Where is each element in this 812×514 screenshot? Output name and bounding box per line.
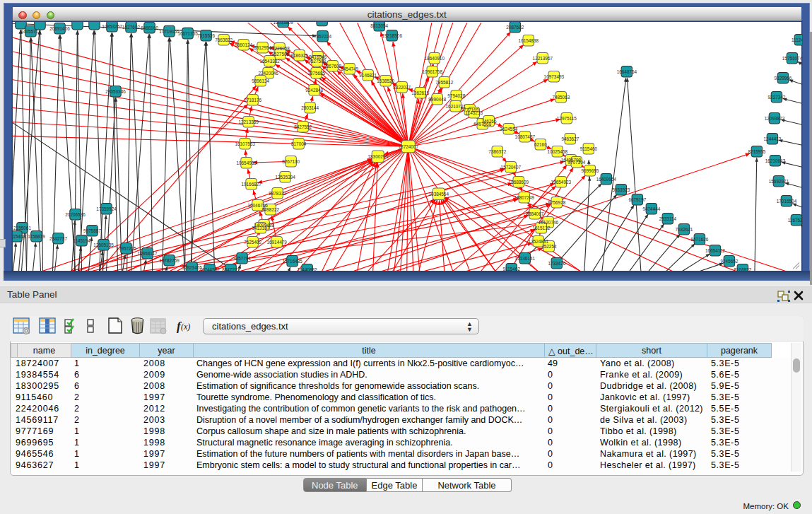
svg-text:18300295: 18300295 [367,154,388,159]
svg-text:19384554: 19384554 [428,192,449,197]
svg-text:252254: 252254 [541,244,557,249]
svg-text:10807487: 10807487 [514,134,535,139]
svg-text:1413187: 1413187 [252,226,269,230]
svg-text:9245652: 9245652 [720,259,738,264]
svg-text:8471626: 8471626 [690,237,708,242]
svg-text:(x): (x) [181,322,190,332]
svg-text:8990448: 8990448 [428,97,446,102]
svg-text:8322037: 8322037 [393,85,411,90]
svg-text:20206536: 20206536 [65,212,86,217]
svg-text:2087682: 2087682 [506,25,524,30]
svg-text:3498222: 3498222 [261,207,279,212]
svg-text:2155061: 2155061 [13,226,31,230]
svg-text:15716485: 15716485 [282,259,302,264]
svg-text:8454749: 8454749 [341,66,358,71]
svg-text:23226058: 23226058 [269,46,290,51]
svg-text:13524851: 13524851 [528,239,548,244]
svg-text:9115460: 9115460 [579,146,597,151]
svg-text:16033809: 16033809 [273,22,293,25]
svg-text:19654923: 19654923 [551,180,571,185]
svg-text:9884067: 9884067 [526,211,543,216]
svg-text:7625402: 7625402 [244,240,261,245]
svg-text:1145194: 1145194 [73,238,90,243]
svg-text:5933923: 5933923 [612,187,630,192]
svg-text:10120746: 10120746 [538,220,558,225]
svg-text:7515526: 7515526 [197,33,215,38]
svg-text:9527506: 9527506 [271,52,289,57]
svg-text:1527602: 1527602 [122,25,140,30]
svg-text:18807249: 18807249 [514,195,534,200]
svg-text:10961758: 10961758 [422,69,442,74]
svg-text:8660124: 8660124 [235,42,252,47]
svg-text:16154838: 16154838 [518,38,539,43]
svg-text:1615132: 1615132 [532,226,550,230]
svg-text:817004: 817004 [291,141,307,146]
svg-text:15136141: 15136141 [514,256,535,261]
svg-text:2342737: 2342737 [49,236,67,241]
svg-text:8813054: 8813054 [370,23,388,28]
svg-text:18640910: 18640910 [424,56,445,61]
svg-text:7386372: 7386372 [488,149,506,154]
svg-text:1733426: 1733426 [548,261,565,266]
svg-text:3915408: 3915408 [13,234,25,239]
svg-text:1156819: 1156819 [28,234,45,239]
svg-text:22420046: 22420046 [258,71,278,76]
svg-text:2933114: 2933114 [659,216,676,221]
svg-text:10654112: 10654112 [705,248,724,253]
svg-text:7663822: 7663822 [215,37,233,42]
svg-text:18724007: 18724007 [398,144,418,149]
svg-text:9756928: 9756928 [548,200,565,205]
svg-text:8427552: 8427552 [294,124,312,129]
svg-text:9474444: 9474444 [642,206,660,211]
svg-text:9242848: 9242848 [305,88,323,93]
svg-text:10973493: 10973493 [543,74,564,79]
svg-text:1538520: 1538520 [377,78,394,83]
svg-text:9227342: 9227342 [767,95,785,100]
svg-text:2867608: 2867608 [324,64,341,69]
svg-text:15751074: 15751074 [782,56,801,61]
svg-text:17016504: 17016504 [776,199,796,204]
svg-text:12505135: 12505135 [93,243,114,247]
svg-text:1112435: 1112435 [792,37,802,42]
svg-text:16107553: 16107553 [235,141,255,146]
svg-text:9527508: 9527508 [308,59,326,64]
svg-text:1145233: 1145233 [465,110,483,115]
svg-text:10654985: 10654985 [236,160,257,165]
svg-text:10025458: 10025458 [547,149,567,154]
svg-text:8186325: 8186325 [290,53,308,58]
svg-text:9329966: 9329966 [774,76,792,81]
svg-text:9699695: 9699695 [581,168,599,173]
svg-text:17359924: 17359924 [96,206,117,211]
svg-text:6466160: 6466160 [141,25,158,30]
svg-text:10958117: 10958117 [137,251,157,256]
svg-text:7632621: 7632621 [675,227,693,232]
svg-text:12093872: 12093872 [764,116,784,121]
svg-text:1167533: 1167533 [787,218,801,223]
svg-text:16671355: 16671355 [177,31,198,36]
svg-text:9463627: 9463627 [561,136,579,141]
svg-text:16409954: 16409954 [596,177,616,182]
svg-text:3875685: 3875685 [307,71,325,76]
svg-text:12213967: 12213967 [532,56,553,61]
svg-text:15692971: 15692971 [768,179,789,184]
svg-text:13535394: 13535394 [275,175,295,180]
svg-text:16914479: 16914479 [266,240,287,245]
svg-text:6679197: 6679197 [628,197,646,202]
svg-text:2718176: 2718176 [244,98,261,103]
svg-text:9457791: 9457791 [233,256,251,261]
svg-text:15720407: 15720407 [500,165,521,170]
svg-text:8106822: 8106822 [734,267,751,271]
svg-text:2803144: 2803144 [301,105,319,110]
svg-text:12975115: 12975115 [556,116,576,121]
svg-text:16782759: 16782759 [159,258,180,263]
svg-text:1362615: 1362615 [411,90,429,95]
svg-text:16210643: 16210643 [765,158,785,163]
svg-text:16543382: 16543382 [259,59,280,64]
svg-text:10719155: 10719155 [159,29,180,34]
svg-text:10688609: 10688609 [508,180,529,185]
svg-text:12213369: 12213369 [238,119,259,124]
svg-text:8878332: 8878332 [269,191,286,196]
svg-text:9975887: 9975887 [83,228,101,233]
svg-text:17957225: 17957225 [116,246,136,251]
svg-text:1244413: 1244413 [763,136,781,141]
